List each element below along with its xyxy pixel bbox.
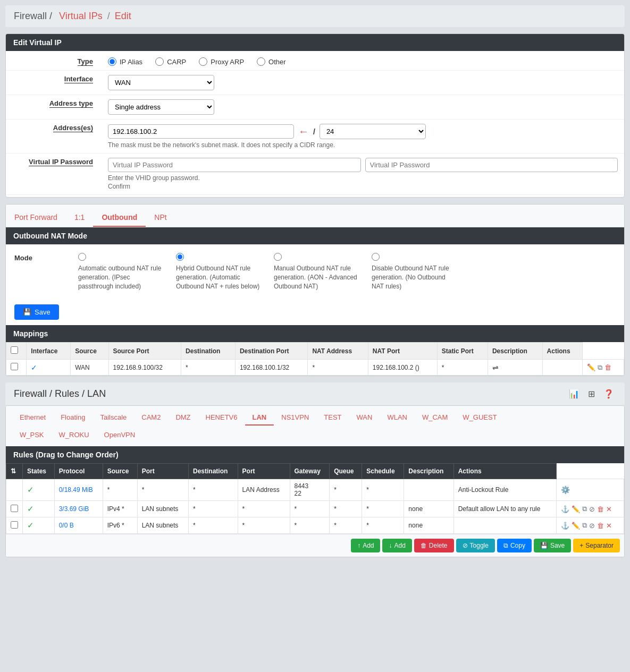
add-down-button[interactable]: ↓ Add bbox=[382, 539, 411, 552]
bc-edit-link[interactable]: Edit bbox=[115, 11, 131, 21]
th-actions: Actions bbox=[453, 464, 556, 479]
disable-icon-2[interactable]: ⊘ bbox=[589, 522, 595, 530]
iface-tab-cam2[interactable]: CAM2 bbox=[134, 410, 168, 426]
copy-button[interactable]: ⧉ Copy bbox=[497, 539, 532, 552]
fw-rules-card: Ethernet Floating Tailscale CAM2 DMZ HEN… bbox=[5, 405, 625, 557]
nat-section: Port Forward 1:1 Outbound NPt Outbound N… bbox=[5, 204, 625, 376]
rule-dest-lan-ipv4: * bbox=[238, 501, 290, 517]
mapping-delete-icon[interactable]: 🗑 bbox=[604, 363, 611, 371]
anchor-icon-1[interactable]: ⚓ bbox=[561, 505, 569, 513]
iface-tab-wan[interactable]: WAN bbox=[349, 410, 380, 426]
bc-sep1: / bbox=[107, 11, 110, 21]
iface-tab-wguest[interactable]: W_GUEST bbox=[455, 410, 504, 426]
iface-tab-wroku[interactable]: W_ROKU bbox=[52, 428, 97, 442]
mappings-select-all[interactable] bbox=[11, 346, 18, 354]
iface-tab-wpsk[interactable]: W_PSK bbox=[12, 428, 52, 442]
fw-bc-rules-link[interactable]: Rules bbox=[55, 388, 79, 399]
type-proxy-arp[interactable]: Proxy ARP bbox=[199, 57, 244, 66]
mapping-copy-icon[interactable]: ⧉ bbox=[598, 363, 602, 372]
save-toolbar-icon: 💾 bbox=[540, 542, 548, 549]
gear-settings-icon[interactable]: ⚙️ bbox=[561, 486, 570, 494]
rule-schedule-antilockout bbox=[404, 479, 453, 501]
delete-button[interactable]: 🗑 Delete bbox=[414, 539, 454, 552]
mode-manual-desc: Manual Outbound NAT rule generation. (AO… bbox=[274, 264, 359, 291]
rule-cb-lan-ipv6[interactable] bbox=[11, 521, 18, 529]
iface-tab-ethernet[interactable]: Ethernet bbox=[12, 410, 53, 426]
nat-tabs: Port Forward 1:1 Outbound NPt bbox=[6, 205, 624, 227]
mapping-checkbox[interactable] bbox=[11, 363, 18, 370]
rule-port-lan-ipv4: * bbox=[189, 501, 238, 517]
address-type-label: Address type bbox=[49, 99, 93, 108]
tab-outbound[interactable]: Outbound bbox=[93, 209, 146, 227]
tab-npt[interactable]: NPt bbox=[146, 209, 175, 227]
interface-select[interactable]: WAN bbox=[108, 75, 214, 90]
separator-button[interactable]: + Separator bbox=[573, 539, 620, 552]
type-other[interactable]: Other bbox=[257, 57, 286, 66]
rule-actions-lan-ipv4: ⚓ ✏️ ⧉ ⊘ 🗑 ✕ bbox=[556, 501, 624, 517]
bc-virtual-ips-link[interactable]: Virtual IPs bbox=[59, 11, 103, 21]
tab-1to1[interactable]: 1:1 bbox=[66, 209, 93, 227]
fw-help-icon[interactable]: ❓ bbox=[601, 388, 616, 400]
edit-icon-2[interactable]: ✏️ bbox=[572, 522, 580, 530]
fw-table-icon[interactable]: ⊞ bbox=[586, 388, 597, 400]
rule-desc-antilockout: Anti-Lockout Rule bbox=[453, 479, 556, 501]
fw-breadcrumb: Firewall / Rules / LAN 📊 ⊞ ❓ bbox=[5, 382, 625, 405]
fw-rules-section: Firewall / Rules / LAN 📊 ⊞ ❓ Ethernet Fl… bbox=[5, 382, 625, 557]
type-carp[interactable]: CARP bbox=[155, 57, 186, 66]
rules-toolbar: ↑ Add ↓ Add 🗑 Delete ⊘ Toggle bbox=[6, 534, 624, 557]
iface-tab-test[interactable]: TEST bbox=[316, 410, 349, 426]
fw-bc-lan-link[interactable]: LAN bbox=[87, 388, 106, 399]
tab-port-forward[interactable]: Port Forward bbox=[6, 209, 66, 227]
rule-states-lan-ipv6[interactable]: 0/0 B bbox=[59, 522, 74, 529]
address-type-select[interactable]: Single address bbox=[108, 99, 214, 115]
iface-tab-ns1vpn[interactable]: NS1VPN bbox=[274, 410, 316, 426]
rule-actions-lan-ipv6: ⚓ ✏️ ⧉ ⊘ 🗑 ✕ bbox=[556, 517, 624, 534]
vip-password-help: Enter the VHID group password. bbox=[108, 174, 618, 182]
type-ip-alias[interactable]: IP Alias bbox=[108, 57, 142, 66]
address-input[interactable] bbox=[108, 124, 294, 139]
rule-dest-antilockout: LAN Address bbox=[238, 479, 290, 501]
mask-select[interactable]: 24 bbox=[320, 124, 426, 139]
rule-cb-lan-ipv4[interactable] bbox=[11, 505, 18, 512]
vip-password-input[interactable] bbox=[108, 158, 361, 172]
confirm-label: Confirm bbox=[108, 183, 618, 190]
fw-chart-icon[interactable]: 📊 bbox=[567, 388, 582, 400]
rule-desc-lan-ipv4: Default allow LAN to any rule bbox=[453, 501, 556, 517]
x-icon-1[interactable]: ✕ bbox=[606, 505, 612, 513]
col-checkbox bbox=[6, 343, 27, 360]
add-up-button[interactable]: ↑ Add bbox=[351, 539, 380, 552]
iface-tab-wlan[interactable]: WLAN bbox=[380, 410, 415, 426]
nat-save-button[interactable]: 💾 Save bbox=[14, 304, 59, 320]
x-icon-2[interactable]: ✕ bbox=[606, 522, 612, 530]
iface-tab-wcam[interactable]: W_CAM bbox=[415, 410, 455, 426]
rule-states-lan-ipv4[interactable]: 3/3.69 GiB bbox=[59, 505, 89, 513]
iface-tab-henetv6[interactable]: HENETV6 bbox=[198, 410, 245, 426]
mapping-edit-icon[interactable]: ✏️ bbox=[587, 363, 595, 371]
disable-icon-1[interactable]: ⊘ bbox=[589, 505, 595, 513]
iface-tab-floating[interactable]: Floating bbox=[53, 410, 93, 426]
rule-port-lan-ipv6: * bbox=[189, 517, 238, 534]
iface-tab-openvpn[interactable]: OpenVPN bbox=[97, 428, 143, 442]
iface-tab-dmz[interactable]: DMZ bbox=[168, 410, 198, 426]
outbound-nat-card: Outbound NAT Mode Mode Automatic outboun… bbox=[6, 227, 624, 299]
iface-tab-lan[interactable]: LAN bbox=[245, 410, 274, 426]
mode-label: Mode bbox=[14, 253, 78, 291]
edit-icon-1[interactable]: ✏️ bbox=[572, 505, 580, 513]
iface-tabs-row1: Ethernet Floating Tailscale CAM2 DMZ HEN… bbox=[6, 406, 624, 426]
save-rules-button[interactable]: 💾 Save bbox=[534, 539, 571, 552]
anchor-icon-2[interactable]: ⚓ bbox=[561, 522, 569, 530]
vip-password-confirm-input[interactable] bbox=[365, 158, 618, 172]
copy-icon-1[interactable]: ⧉ bbox=[582, 505, 587, 513]
col-dest-port: Destination Port bbox=[235, 343, 308, 360]
rule-states-antilockout[interactable]: 0/18.49 MiB bbox=[59, 486, 93, 494]
rule-row-antilockout: ✓ 0/18.49 MiB * * * LAN Address 8443 22 … bbox=[6, 479, 624, 501]
delete-toolbar-icon: 🗑 bbox=[421, 542, 427, 549]
toggle-button[interactable]: ⊘ Toggle bbox=[456, 539, 495, 552]
delete-icon-2[interactable]: 🗑 bbox=[597, 522, 604, 530]
copy-icon-2[interactable]: ⧉ bbox=[582, 521, 587, 530]
th-queue: Queue bbox=[330, 464, 362, 479]
col-interface: Interface bbox=[27, 343, 71, 360]
iface-tab-tailscale[interactable]: Tailscale bbox=[93, 410, 134, 426]
delete-icon-1[interactable]: 🗑 bbox=[597, 505, 604, 513]
type-label: Type bbox=[78, 57, 93, 66]
